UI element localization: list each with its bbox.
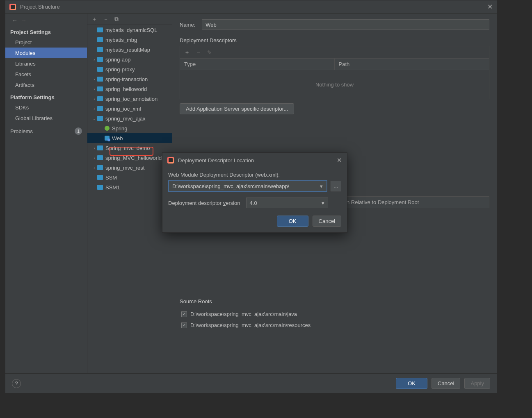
path-input-wrapper: ▾ <box>168 180 327 192</box>
tree-item-spring-mvc-ajax[interactable]: ⌄spring_mvc_ajax <box>87 114 172 123</box>
tree-item-spring-mvc-rest[interactable]: ›spring_mvc_rest <box>87 163 172 173</box>
web-icon <box>105 136 110 141</box>
tree-item-label: Web <box>112 135 123 141</box>
tree-item-spring-mvc-helloworld[interactable]: ›spring_MVC_helloworld <box>87 153 172 163</box>
problems-badge: 1 <box>75 127 82 135</box>
tree-arrow-icon[interactable]: › <box>91 57 97 62</box>
tree-item-web[interactable]: Web <box>87 133 172 143</box>
tree-item-spring-proxy[interactable]: spring-proxy <box>87 64 172 74</box>
sidebar-item-facets[interactable]: Facets <box>5 69 87 80</box>
copy-icon[interactable]: ⧉ <box>114 16 119 23</box>
name-label: Name: <box>180 22 195 28</box>
webxml-label: Web Module Deployment Descriptor (web.xm… <box>168 172 341 178</box>
cancel-button[interactable]: Cancel <box>432 378 460 389</box>
forward-icon[interactable]: → <box>19 17 28 24</box>
tree-item-spring-ioc-xml[interactable]: ›spring_ioc_xml <box>87 104 172 114</box>
tree-arrow-icon[interactable]: › <box>91 97 97 101</box>
tree-item-label: SSM1 <box>105 184 120 191</box>
tree-arrow-icon[interactable]: › <box>91 156 97 160</box>
add-icon[interactable]: ＋ <box>91 16 97 23</box>
name-input[interactable] <box>202 19 489 30</box>
deployment-descriptor-dialog: Deployment Descriptor Location ✕ Web Mod… <box>162 152 347 233</box>
path-dropdown-icon[interactable]: ▾ <box>316 181 327 191</box>
tree-item-label: mybatis_dynamicSQL <box>105 27 157 33</box>
folder-icon <box>97 155 103 160</box>
version-row: Deployment descriptor version 4.0 ▾ <box>168 198 341 208</box>
titlebar: Project Structure ✕ <box>5 0 497 14</box>
tree-item-ssm[interactable]: SSM <box>87 173 172 182</box>
close-icon[interactable]: ✕ <box>487 3 493 11</box>
tree-item-label: spring-proxy <box>105 66 135 73</box>
sidebar-item-libraries[interactable]: Libraries <box>5 58 87 69</box>
desc-edit-icon[interactable]: ✎ <box>207 49 212 56</box>
tree-item-spring-helloworld[interactable]: ›spring_helloworld <box>87 84 172 94</box>
webxml-path-input[interactable] <box>169 181 316 191</box>
tree-item-mybatis-mbg[interactable]: mybatis_mbg <box>87 35 172 45</box>
desc-table-head: Type Path <box>180 59 489 70</box>
tree-item-spring-mvc-demo[interactable]: ›Spring_mvc_demo <box>87 143 172 153</box>
section-project-settings: Project Settings <box>5 25 87 37</box>
folder-icon <box>97 185 103 190</box>
folder-icon <box>97 96 103 101</box>
folder-icon <box>97 57 103 62</box>
folder-icon <box>97 165 103 170</box>
tree-item-label: SSM <box>105 175 117 181</box>
tree-item-spring-aop[interactable]: ›spring-aop <box>87 55 172 64</box>
source-root-path: D:\workspace\spring_mvc_ajax\src\main\re… <box>190 322 311 328</box>
app-icon <box>167 157 174 164</box>
sidebar-item-sdks[interactable]: SDKs <box>5 102 87 113</box>
tree-arrow-icon[interactable]: › <box>91 166 97 170</box>
dialog-ok-button[interactable]: OK <box>277 216 308 227</box>
tree-item-mybatis-resultmap[interactable]: mybatis_resultMap <box>87 45 172 55</box>
nav-history: ← → <box>5 16 87 25</box>
desc-remove-icon[interactable]: － <box>196 49 201 56</box>
footer: ? OK Cancel Apply <box>5 373 497 393</box>
back-icon[interactable]: ← <box>10 17 19 24</box>
help-icon[interactable]: ? <box>12 379 21 388</box>
tree-item-spring-transaction[interactable]: ›spring-transaction <box>87 74 172 84</box>
tree-item-spring[interactable]: Spring <box>87 123 172 133</box>
ok-button[interactable]: OK <box>396 378 427 389</box>
version-label: Deployment descriptor version <box>168 200 240 206</box>
tree-item-label: spring_mvc_rest <box>105 165 144 171</box>
tree-arrow-icon[interactable]: › <box>91 146 97 150</box>
tree-item-label: spring_ioc_annotation <box>105 96 158 102</box>
tree-arrow-icon[interactable]: › <box>91 87 97 91</box>
tree-item-ssm1[interactable]: SSM1 <box>87 182 172 192</box>
folder-icon <box>97 47 103 52</box>
tree-item-mybatis-dynamicsql[interactable]: mybatis_dynamicSQL <box>87 25 172 35</box>
sidebar-item-artifacts[interactable]: Artifacts <box>5 80 87 90</box>
checkbox-icon[interactable]: ✓ <box>181 323 187 328</box>
name-row: Name: <box>180 19 489 30</box>
sidebar-item-project[interactable]: Project <box>5 37 87 48</box>
dialog-footer: OK Cancel <box>162 210 347 227</box>
folder-icon <box>97 86 103 91</box>
section-platform-settings: Platform Settings <box>5 90 87 102</box>
folder-icon <box>97 37 103 42</box>
version-select[interactable]: 4.0 ▾ <box>246 198 328 208</box>
dialog-cancel-button[interactable]: Cancel <box>313 216 341 227</box>
module-tree[interactable]: mybatis_dynamicSQLmybatis_mbgmybatis_res… <box>87 25 172 373</box>
sidebar-item-problems[interactable]: Problems 1 <box>5 123 87 139</box>
dialog-title: Deployment Descriptor Location <box>178 157 254 164</box>
sidebar-item-global-libraries[interactable]: Global Libraries <box>5 113 87 123</box>
tree-arrow-icon[interactable]: › <box>91 107 97 111</box>
apply-button[interactable]: Apply <box>464 378 490 389</box>
tree-arrow-icon[interactable]: ⌄ <box>91 116 97 121</box>
dialog-close-icon[interactable]: ✕ <box>337 157 342 164</box>
app-icon <box>9 4 16 10</box>
source-root-row[interactable]: ✓ D:\workspace\spring_mvc_ajax\src\main\… <box>180 309 489 320</box>
sidebar-item-modules[interactable]: Modules <box>5 48 87 58</box>
tree-item-spring-ioc-annotation[interactable]: ›spring_ioc_annotation <box>87 94 172 104</box>
folder-icon <box>97 67 103 72</box>
add-app-server-desc-button[interactable]: Add Application Server specific descript… <box>180 103 294 114</box>
source-root-row[interactable]: ✓ D:\workspace\spring_mvc_ajax\src\main\… <box>180 320 489 331</box>
checkbox-icon[interactable]: ✓ <box>181 311 187 317</box>
source-root-path: D:\workspace\spring_mvc_ajax\src\main\ja… <box>190 311 297 317</box>
deploy-desc-label: Deployment Descriptors <box>180 37 489 43</box>
desc-add-icon[interactable]: ＋ <box>184 49 190 56</box>
remove-icon[interactable]: － <box>103 16 109 23</box>
tree-arrow-icon[interactable]: › <box>91 77 97 82</box>
browse-button[interactable]: … <box>331 181 341 191</box>
problems-label: Problems <box>10 128 33 134</box>
